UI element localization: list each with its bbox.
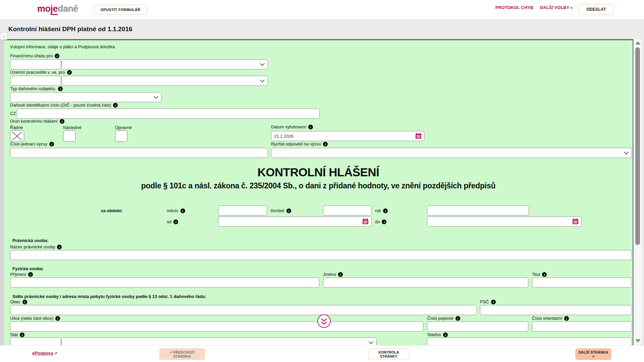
error-protocol-link[interactable]: PROTOKOL CHYB: [495, 5, 533, 10]
field-label-cislo-orientacni: Číslo orientační: [532, 316, 569, 321]
info-icon[interactable]: [382, 220, 386, 224]
rychla-odpoved-select[interactable]: [271, 148, 632, 158]
info-icon[interactable]: [55, 316, 60, 321]
app-root: mojedaně OPUSTIT FORMULÁŘ PROTOKOL CHYB …: [0, 0, 644, 362]
cislo-jednaci-input[interactable]: [10, 148, 268, 158]
psc-input[interactable]: [480, 305, 632, 315]
chevron-down-icon: [369, 340, 373, 344]
exit-form-button[interactable]: OPUSTIT FORMULÁŘ: [94, 5, 147, 14]
info-icon[interactable]: [113, 103, 118, 108]
dic-input[interactable]: [17, 109, 320, 119]
cislo-popisne-input[interactable]: [427, 321, 528, 331]
calendar-icon[interactable]: [362, 218, 369, 225]
info-icon[interactable]: [49, 142, 54, 146]
stat-select[interactable]: [61, 338, 377, 345]
field-label-druh-hlaseni: Druh kontrolního hlášení: [10, 119, 64, 124]
telefon-input[interactable]: [427, 338, 632, 345]
scrollbar-thumb[interactable]: [635, 47, 640, 245]
external-link-icon: ↗: [54, 351, 57, 356]
submit-button[interactable]: ODESLAT: [579, 4, 614, 15]
more-options-menu[interactable]: DALŠÍ VOLBY▾: [540, 5, 573, 10]
form-sub-heading: podle § 101c a násl. zákona č. 235/2004 …: [4, 181, 633, 190]
caret-down-icon: ▾: [571, 6, 572, 10]
obec-input[interactable]: [10, 305, 477, 315]
info-icon[interactable]: [173, 220, 178, 224]
field-label-psc: PSČ: [480, 299, 496, 304]
prijmeni-input[interactable]: [10, 278, 319, 288]
uzemni-pracoviste-code-input[interactable]: [10, 76, 61, 86]
info-icon[interactable]: [180, 208, 185, 213]
calendar-icon[interactable]: [415, 133, 422, 139]
info-icon[interactable]: [491, 300, 496, 304]
typ-subjektu-select[interactable]: [10, 92, 162, 102]
ctvrtleti-input[interactable]: [323, 205, 372, 216]
field-label-telefon: Telefon: [427, 332, 448, 337]
left-gutter: [0, 39, 4, 345]
ulice-input[interactable]: [10, 321, 423, 331]
info-icon[interactable]: [383, 208, 388, 213]
page-check-button[interactable]: KONTROLA STRÁNKY: [368, 348, 409, 360]
info-icon[interactable]: [455, 316, 460, 321]
info-icon[interactable]: [20, 333, 24, 337]
do-date-input[interactable]: [427, 217, 582, 227]
sidebar-expand-tab[interactable]: ›: [0, 32, 7, 40]
info-icon[interactable]: [28, 272, 33, 277]
previous-page-button[interactable]: < PŘEDCHOZÍ STRÁNKA: [159, 348, 205, 360]
vertical-scrollbar[interactable]: [633, 39, 642, 345]
mesic-input[interactable]: [218, 205, 267, 216]
scroll-down-indicator-icon[interactable]: [317, 314, 331, 328]
more-options-label: DALŠÍ VOLBY: [540, 5, 569, 10]
field-label-obec: Obec: [10, 299, 27, 304]
epodpora-link[interactable]: ePodpora↗: [32, 351, 57, 356]
scrollbar-up-arrow-icon[interactable]: [635, 41, 641, 45]
field-label-jmeno: Jméno: [323, 272, 343, 277]
field-label-datum-vyhotoveni: Datum vyhotovení: [271, 124, 313, 129]
info-icon[interactable]: [60, 119, 64, 124]
info-icon[interactable]: [542, 272, 547, 277]
info-icon[interactable]: [55, 54, 59, 58]
field-label-financni-urad: Finančnímu úřadu pro: [10, 53, 59, 58]
field-label-nazev-pravnicke: Název právnické osoby: [10, 244, 62, 249]
od-date-input[interactable]: [218, 217, 372, 227]
field-label-uzemni-pracoviste: Územní pracoviště v, ve, pro: [10, 70, 72, 75]
stat-code-input[interactable]: [10, 338, 61, 345]
mojedane-logo[interactable]: mojedaně: [37, 4, 78, 14]
info-icon[interactable]: [58, 86, 63, 91]
field-label-od: od: [167, 219, 178, 224]
jmeno-input[interactable]: [323, 278, 528, 288]
info-icon[interactable]: [443, 333, 448, 337]
checkbox-opravne[interactable]: [115, 130, 127, 142]
calendar-icon[interactable]: [572, 218, 579, 225]
section-fyzicka-osoba: Fyzická osoba:: [12, 266, 44, 271]
field-label-ulice: Ulice (nebo část obce): [10, 316, 60, 321]
period-label: za období:: [101, 208, 123, 213]
datum-vyhotoveni-input[interactable]: [271, 131, 424, 141]
info-icon[interactable]: [323, 142, 328, 146]
scrollbar-down-arrow-icon[interactable]: [635, 339, 641, 343]
uzemni-pracoviste-select[interactable]: [61, 76, 268, 86]
financni-urad-select[interactable]: [61, 59, 268, 69]
info-icon[interactable]: [338, 272, 343, 277]
financni-urad-code-input[interactable]: [10, 59, 61, 69]
titul-input[interactable]: [532, 278, 632, 288]
nazev-pravnicke-input[interactable]: [10, 250, 632, 260]
info-icon[interactable]: [57, 245, 62, 249]
field-label-titul: Titul: [532, 272, 547, 277]
section-pravnicka-osoba: Právnická osoba:: [12, 238, 49, 243]
info-icon[interactable]: [308, 125, 313, 129]
form-panel: Vstupní informace, údaje o plátci a Podp…: [4, 39, 633, 345]
field-label-cislo-popisne: Číslo popisné: [427, 316, 460, 321]
info-icon[interactable]: [564, 316, 569, 321]
checkbox-radne[interactable]: [10, 130, 24, 142]
checkbox-nasledne[interactable]: [63, 130, 75, 142]
field-label-rychla-odpoved: Rychlá odpověď na výzvu: [271, 141, 328, 146]
cislo-orientacni-input[interactable]: [532, 321, 632, 331]
chevron-right-icon: ›: [3, 34, 5, 39]
info-icon[interactable]: [67, 70, 72, 75]
info-icon[interactable]: [22, 300, 27, 304]
field-label-dic: Daňové identifikační číslo (DIČ - pouze …: [10, 103, 118, 108]
rok-input[interactable]: [427, 205, 529, 216]
logo-part-je: je: [51, 4, 58, 15]
next-page-button[interactable]: DALŠÍ STRÁNKA >: [575, 348, 611, 360]
info-icon[interactable]: [286, 208, 291, 213]
